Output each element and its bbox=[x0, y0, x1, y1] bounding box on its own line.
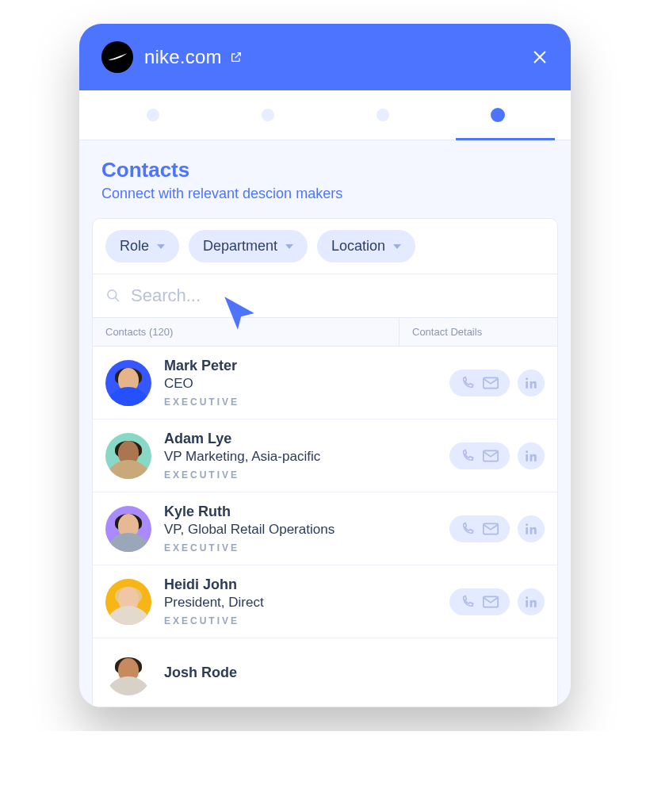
call-email-button[interactable] bbox=[449, 515, 510, 542]
phone-icon bbox=[461, 376, 475, 390]
tab-1[interactable] bbox=[95, 90, 210, 140]
contact-row[interactable]: Kyle Ruth VP, Global Retail Operations E… bbox=[93, 492, 557, 565]
contact-name: Mark Peter bbox=[164, 358, 437, 374]
contact-title: VP, Global Retail Operations bbox=[164, 522, 437, 538]
mail-icon bbox=[483, 377, 499, 389]
contact-row[interactable]: Josh Rode bbox=[93, 638, 557, 707]
phone-icon bbox=[461, 449, 475, 463]
tab-bar bbox=[79, 90, 571, 140]
section-title: Contacts bbox=[101, 158, 549, 182]
cursor-icon bbox=[220, 293, 259, 333]
svg-point-10 bbox=[526, 523, 528, 526]
swoosh-icon bbox=[107, 52, 128, 62]
domain-label: nike.com bbox=[144, 46, 222, 68]
linkedin-button[interactable] bbox=[518, 515, 545, 542]
contact-actions bbox=[449, 588, 545, 615]
phone-icon bbox=[461, 522, 475, 536]
filter-row: Role Department Location bbox=[93, 219, 557, 274]
close-icon[interactable] bbox=[531, 48, 549, 66]
contact-actions bbox=[449, 442, 545, 469]
svg-point-7 bbox=[526, 450, 528, 453]
avatar bbox=[105, 506, 151, 552]
filter-role[interactable]: Role bbox=[105, 230, 179, 262]
section-head: Contacts Connect with relevant descion m… bbox=[79, 140, 571, 210]
linkedin-icon bbox=[525, 523, 537, 535]
search-icon bbox=[105, 288, 121, 304]
tab-dot-icon bbox=[147, 109, 159, 121]
contact-tag: EXECUTIVE bbox=[164, 396, 437, 408]
contact-name: Kyle Ruth bbox=[164, 504, 437, 520]
linkedin-icon bbox=[525, 450, 537, 462]
contact-row[interactable]: Heidi John President, Direct EXECUTIVE bbox=[93, 565, 557, 638]
filter-location[interactable]: Location bbox=[317, 230, 415, 262]
filter-label: Department bbox=[203, 238, 277, 255]
col-details-header: Contact Details bbox=[399, 318, 557, 346]
chevron-down-icon bbox=[285, 244, 293, 249]
filter-label: Role bbox=[120, 238, 149, 255]
tab-dot-icon bbox=[262, 109, 274, 121]
svg-line-1 bbox=[116, 298, 119, 301]
call-email-button[interactable] bbox=[449, 442, 510, 469]
linkedin-button[interactable] bbox=[518, 370, 545, 396]
search-input[interactable] bbox=[131, 285, 545, 306]
chevron-down-icon bbox=[157, 244, 165, 249]
contact-actions bbox=[449, 370, 545, 396]
filter-department[interactable]: Department bbox=[189, 230, 308, 262]
linkedin-button[interactable] bbox=[518, 588, 545, 615]
tab-dot-icon bbox=[491, 108, 505, 122]
contact-name: Josh Rode bbox=[164, 665, 545, 681]
contact-title: VP Marketing, Asia-pacific bbox=[164, 449, 437, 465]
contact-tag: EXECUTIVE bbox=[164, 615, 437, 626]
tab-3[interactable] bbox=[325, 90, 440, 140]
mail-icon bbox=[483, 450, 499, 462]
svg-rect-9 bbox=[526, 527, 528, 534]
filter-label: Location bbox=[331, 238, 385, 255]
contact-tag: EXECUTIVE bbox=[164, 469, 437, 481]
contacts-panel: Role Department Location Contact bbox=[92, 218, 558, 707]
contact-meta: Adam Lye VP Marketing, Asia-pacific EXEC… bbox=[164, 431, 437, 481]
linkedin-button[interactable] bbox=[518, 442, 545, 469]
chevron-down-icon bbox=[393, 244, 401, 249]
section-subtitle: Connect with relevant descion makers bbox=[101, 186, 549, 202]
contact-meta: Mark Peter CEO EXECUTIVE bbox=[164, 358, 437, 408]
svg-point-13 bbox=[526, 596, 528, 599]
open-external-icon[interactable] bbox=[230, 51, 243, 63]
avatar bbox=[105, 579, 151, 625]
contact-meta: Kyle Ruth VP, Global Retail Operations E… bbox=[164, 504, 437, 553]
tab-contacts[interactable] bbox=[440, 90, 555, 140]
call-email-button[interactable] bbox=[449, 588, 510, 615]
linkedin-icon bbox=[525, 377, 537, 389]
contact-tag: EXECUTIVE bbox=[164, 542, 437, 553]
avatar bbox=[105, 649, 151, 695]
search-row bbox=[93, 274, 557, 317]
avatar bbox=[105, 433, 151, 479]
contact-name: Heidi John bbox=[164, 576, 437, 593]
contact-title: President, Direct bbox=[164, 595, 437, 611]
column-headers: Contacts (120) Contact Details bbox=[93, 317, 557, 347]
svg-rect-12 bbox=[526, 600, 528, 607]
linkedin-icon bbox=[525, 596, 537, 608]
contacts-list: Mark Peter CEO EXECUTIVE Adam Lye VP Mar… bbox=[93, 347, 557, 707]
contact-row[interactable]: Mark Peter CEO EXECUTIVE bbox=[93, 347, 557, 419]
contact-actions bbox=[449, 515, 545, 542]
svg-point-4 bbox=[526, 377, 528, 380]
avatar bbox=[105, 360, 151, 406]
contact-name: Adam Lye bbox=[164, 431, 437, 447]
tab-2[interactable] bbox=[210, 90, 325, 140]
contact-row[interactable]: Adam Lye VP Marketing, Asia-pacific EXEC… bbox=[93, 419, 557, 492]
tab-dot-icon bbox=[377, 109, 389, 121]
mail-icon bbox=[483, 523, 499, 535]
call-email-button[interactable] bbox=[449, 370, 510, 396]
phone-icon bbox=[461, 595, 475, 609]
contact-title: CEO bbox=[164, 376, 437, 392]
contacts-panel-card: nike.com Contacts Connect with relevant … bbox=[79, 24, 571, 707]
contact-meta: Heidi John President, Direct EXECUTIVE bbox=[164, 576, 437, 626]
mail-icon bbox=[483, 596, 499, 608]
svg-rect-6 bbox=[526, 454, 528, 462]
panel-header: nike.com bbox=[79, 24, 571, 90]
brand-logo bbox=[101, 41, 133, 73]
contact-meta: Josh Rode bbox=[164, 665, 545, 681]
svg-rect-3 bbox=[526, 381, 528, 389]
